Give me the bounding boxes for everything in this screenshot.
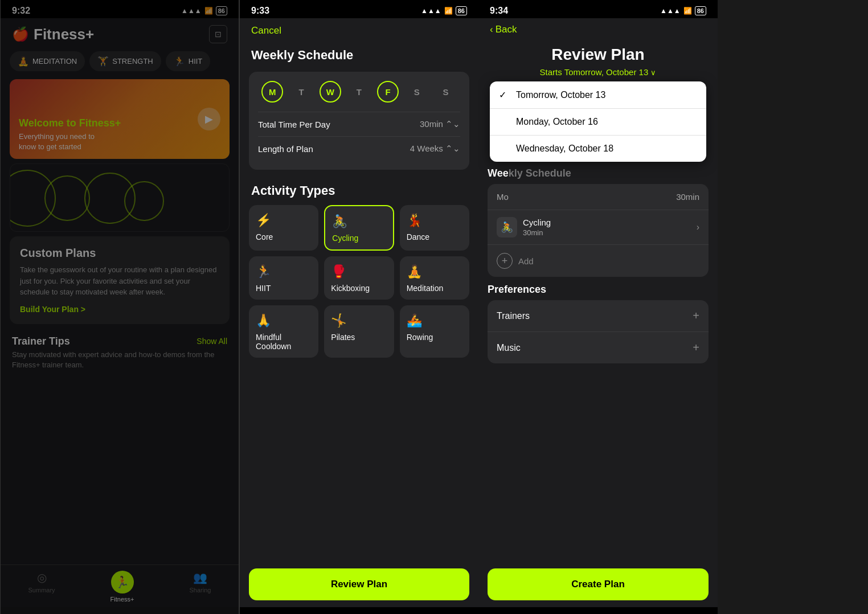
sharing-icon: 👥 xyxy=(193,571,207,584)
pill-strength[interactable]: 🏋 STRENGTH xyxy=(89,51,161,71)
pill-hiit[interactable]: 🏃 HIIT xyxy=(166,51,211,71)
cycling-label: Cycling xyxy=(332,234,386,243)
trainer-tips-header: Trainer Tips Show All xyxy=(1,329,239,350)
day-wednesday[interactable]: W xyxy=(320,81,341,103)
create-btn-container: Create Plan xyxy=(488,568,709,600)
tab-fitness-bg: 🏃 xyxy=(111,571,134,593)
total-time-value: 30min ⌃⌄ xyxy=(420,119,460,129)
day-tuesday[interactable]: T xyxy=(290,81,312,103)
trainer-tips-title: Trainer Tips xyxy=(12,335,70,347)
time-1: 9:32 xyxy=(12,6,30,16)
status-bar-3: 9:34 ▲▲▲ 📶 86 xyxy=(478,0,718,18)
date-dropdown[interactable]: ✓ Tomorrow, October 13 Monday, October 1… xyxy=(490,81,706,162)
pill-label-meditation: MEDITATION xyxy=(32,57,77,66)
square-button[interactable]: ⊡ xyxy=(209,25,227,43)
activity-rowing[interactable]: 🚣 Rowing xyxy=(400,305,469,358)
trainers-plus[interactable]: + xyxy=(693,309,699,322)
tab-fitness[interactable]: 🏃 Fitness+ xyxy=(110,571,134,603)
battery-2: 86 xyxy=(456,6,467,15)
add-row[interactable]: + Add xyxy=(488,245,709,277)
kickboxing-label: Kickboxing xyxy=(331,284,387,293)
music-plus[interactable]: + xyxy=(693,341,699,354)
weekly-schedule-title: Weekly Schedule xyxy=(240,43,478,72)
trainers-row[interactable]: Trainers + xyxy=(488,300,709,332)
play-button[interactable]: ▶ xyxy=(198,108,220,130)
meditation-icon: 🧘 xyxy=(18,56,29,67)
status-bar-1: 9:32 ▲▲▲ 📶 86 xyxy=(1,0,239,18)
tab-summary-label: Summary xyxy=(28,587,55,593)
pill-meditation[interactable]: 🧘 MEDITATION xyxy=(10,51,85,71)
chevron-left-icon: ‹ xyxy=(490,24,493,35)
length-label: Length of Plan xyxy=(258,144,313,154)
day-thursday[interactable]: T xyxy=(348,81,370,103)
phone2-content: Cancel Weekly Schedule M T W T F S S Tot… xyxy=(240,18,478,607)
logo-text: Fitness+ xyxy=(34,26,94,43)
length-row: Length of Plan 4 Weeks ⌃⌄ xyxy=(258,136,460,161)
phone1-content: 🍎 Fitness+ ⊡ 🧘 MEDITATION 🏋 STRENGTH 🏃 H… xyxy=(1,18,239,607)
wifi-icon-2: 📶 xyxy=(444,7,453,15)
checkmark-icon: ✓ xyxy=(499,89,510,100)
cycling-act-icon: 🚴 xyxy=(497,217,517,238)
battery-1: 86 xyxy=(216,6,227,15)
activity-meditation[interactable]: 🧘 Meditation xyxy=(400,256,469,300)
dropdown-item-3[interactable]: Wednesday, October 18 xyxy=(490,136,706,162)
banner-text: Welcome to Fitness+ Everything you need … xyxy=(19,117,121,152)
activity-kickboxing[interactable]: 🥊 Kickboxing xyxy=(324,256,394,300)
day-saturday[interactable]: S xyxy=(406,81,428,103)
tab-sharing[interactable]: 👥 Sharing xyxy=(190,571,211,603)
activity-core[interactable]: ⚡ Core xyxy=(249,205,318,251)
review-plan-button[interactable]: Review Plan xyxy=(249,568,469,600)
mindful-label: Mindful Cooldown xyxy=(256,333,312,351)
total-time-row: Total Time Per Day 30min ⌃⌄ xyxy=(258,112,460,136)
battery-3: 86 xyxy=(695,6,706,15)
status-icons-3: ▲▲▲ 📶 86 xyxy=(660,6,706,15)
time-2: 9:33 xyxy=(251,6,269,16)
phone-1: 9:32 ▲▲▲ 📶 86 🍎 Fitness+ ⊡ 🧘 MEDITATION … xyxy=(0,0,239,614)
activity-pilates[interactable]: 🤸 Pilates xyxy=(324,305,394,358)
preferences-title: Preferences xyxy=(488,284,709,296)
create-plan-button[interactable]: Create Plan xyxy=(488,568,709,600)
music-row[interactable]: Music + xyxy=(488,332,709,363)
activity-dance[interactable]: 💃 Dance xyxy=(400,205,469,251)
dropdown-label-1: Tomorrow, October 13 xyxy=(516,90,605,100)
mindful-icon: 🙏 xyxy=(256,313,312,328)
music-label: Music xyxy=(497,343,521,353)
show-all-link[interactable]: Show All xyxy=(196,337,227,346)
circle-2 xyxy=(44,175,90,221)
day-monday[interactable]: M xyxy=(261,81,283,103)
p3-week-card: Mo 30min 🚴 Cycling 30min › + Add xyxy=(488,184,709,277)
tab-summary[interactable]: ◎ Summary xyxy=(28,571,55,603)
custom-plans-body: Take the guesswork out of your routine w… xyxy=(20,264,219,298)
custom-plans-title: Custom Plans xyxy=(20,247,219,260)
pilates-icon: 🤸 xyxy=(331,313,387,328)
cancel-button[interactable]: Cancel xyxy=(251,25,281,36)
preferences-card: Trainers + Music + xyxy=(488,300,709,363)
welcome-banner[interactable]: Welcome to Fitness+ Everything you need … xyxy=(10,79,230,159)
activity-hiit[interactable]: 🏃 HIIT xyxy=(249,256,318,300)
wifi-icon-1: 📶 xyxy=(204,7,213,15)
p1-header: 🍎 Fitness+ ⊡ xyxy=(1,18,239,48)
status-bar-2: 9:33 ▲▲▲ 📶 86 xyxy=(240,0,478,18)
p3-cycling-row[interactable]: 🚴 Cycling 30min › xyxy=(488,210,709,245)
build-plan-link[interactable]: Build Your Plan > xyxy=(20,305,219,314)
kickboxing-icon: 🥊 xyxy=(331,264,387,279)
starts-chevron[interactable]: ∨ xyxy=(650,68,656,77)
wifi-icon-3: 📶 xyxy=(683,7,692,15)
activity-types-title: Activity Types xyxy=(240,179,478,205)
dropdown-item-1[interactable]: ✓ Tomorrow, October 13 xyxy=(490,81,706,109)
dropdown-item-2[interactable]: Monday, October 16 xyxy=(490,109,706,136)
cycling-act-dur: 30min xyxy=(523,228,551,237)
signal-icon-1: ▲▲▲ xyxy=(181,7,202,15)
back-button[interactable]: ‹ Back xyxy=(478,18,718,41)
rowing-icon: 🚣 xyxy=(407,313,462,328)
p2-header: Cancel xyxy=(240,18,478,43)
phone-2: 9:33 ▲▲▲ 📶 86 Cancel Weekly Schedule M T… xyxy=(239,0,478,614)
starts-date: Tomorrow, October 13 xyxy=(564,67,649,77)
activity-mindful[interactable]: 🙏 Mindful Cooldown xyxy=(249,305,318,358)
day-sunday[interactable]: S xyxy=(435,81,457,103)
day-friday[interactable]: F xyxy=(377,81,399,103)
preferences-section: Preferences Trainers + Music + xyxy=(488,284,709,363)
activity-cycling[interactable]: 🚴 Cycling xyxy=(324,205,394,251)
starts-label: Starts xyxy=(540,67,562,77)
dance-icon: 💃 xyxy=(407,213,462,228)
